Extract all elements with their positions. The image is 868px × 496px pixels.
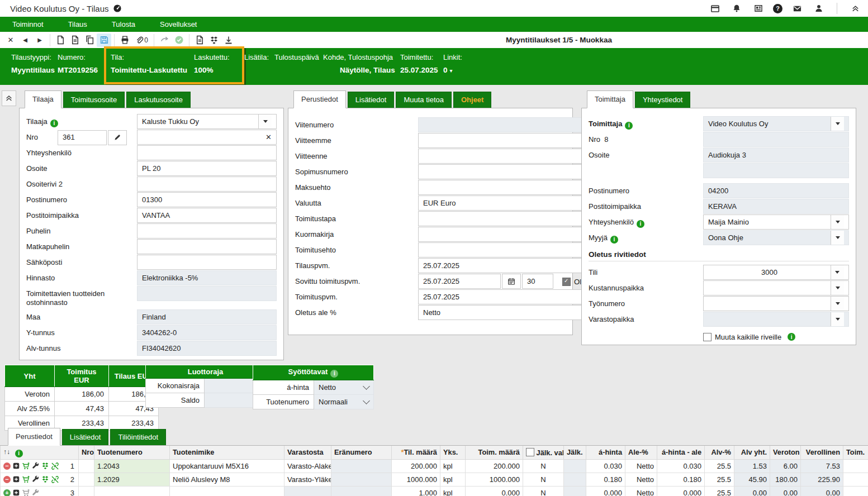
calendar-icon[interactable] [502,274,521,289]
print-icon[interactable] [117,34,132,47]
cell-a-hinta-ale[interactable]: 0.000 [657,486,705,496]
muuta-kaikille-row[interactable]: Muuta kaikille riveille i [703,327,849,345]
cell-toim-maara[interactable]: 200.000 [466,459,523,473]
col-yks[interactable]: Yks. [440,446,466,459]
copy-document-icon[interactable] [82,34,97,47]
col-toim[interactable]: Toim. [843,446,868,459]
myyja-combo[interactable]: Oona Ohje [703,230,849,245]
sovittu-toimituspvm-field[interactable]: 25.07.2025 [418,274,501,289]
tab-lines-perustiedot[interactable]: Perustiedot [8,428,60,446]
tab-muuta-tietoa[interactable]: Muuta tietoa [396,92,452,108]
cell-varastosta[interactable]: Varasto-Yläke [284,473,331,486]
cell-alv[interactable]: 25.5 [705,459,734,473]
maksuehto-select[interactable] [418,180,609,195]
download-icon[interactable] [221,34,236,47]
supplier-yhteyshenkilo-combo[interactable]: Maija Mainio [703,214,849,230]
col-jalk[interactable]: Jälk. [564,446,586,459]
remove-row-icon[interactable]: − [3,462,11,470]
tilaaja-combo[interactable]: Kaluste Tukku Oy [137,114,277,129]
cell-toim-maara[interactable]: 1000.000 [466,473,523,486]
previous-record-icon[interactable]: ◀ [18,34,32,47]
next-record-icon[interactable]: ▶ [32,34,47,47]
send-icon[interactable] [157,34,172,47]
yhteyshenkilo-field[interactable] [137,145,277,160]
cell-a-hinta[interactable]: 0.180 [586,473,625,486]
messages-mail-icon[interactable] [790,2,804,15]
sort-down-icon[interactable]: ↓ [7,448,10,456]
col-jalk-val[interactable]: Jälk. val. [523,446,564,459]
collapse-header-icon[interactable] [848,2,862,15]
cell-yks[interactable]: kpl [440,459,466,473]
toimitusehto-select[interactable] [418,242,609,257]
info-icon[interactable]: i [788,333,795,341]
customer-search-field[interactable]: ✕ [137,130,277,145]
col-nro[interactable]: Nro [79,446,94,459]
info-icon[interactable]: i [637,220,644,228]
tab-tilaaja[interactable]: Tilaaja [25,90,61,108]
product-box-icon[interactable] [12,475,20,483]
info-icon[interactable]: i [330,370,338,378]
cart-plus-icon[interactable] [22,462,30,470]
menu-toiminnot[interactable]: Toiminnot [0,17,56,32]
osoite-field[interactable]: PL 20 [137,161,277,176]
col-verollinen[interactable]: Verollinen [801,446,843,459]
cell-a-hinta-ale[interactable]: 0.030 [657,459,705,473]
kuormakirja-field[interactable] [418,227,609,242]
oletus-checkbox[interactable] [562,278,571,286]
cell-ale[interactable]: Netto [625,459,657,473]
col-tuotenimike[interactable]: Tuotenimike [170,446,284,459]
new-document-icon[interactable] [53,34,68,47]
tili-combo[interactable]: 3000 [703,265,849,280]
close-icon[interactable]: ✕ [3,34,18,47]
news-icon[interactable] [751,2,766,15]
tab-ohjeet[interactable]: Ohjeet [453,92,491,108]
wrench-icon[interactable] [32,462,40,470]
cell-jalk-val[interactable]: N [523,473,564,486]
tab-perustiedot[interactable]: Perustiedot [293,90,346,108]
cell-ale[interactable]: Netto [625,486,657,496]
cell-jalk-val[interactable]: N [523,459,564,473]
info-icon[interactable]: i [610,236,618,244]
cell-alv[interactable]: 25.5 [705,473,734,486]
tyonumero-combo[interactable] [703,296,849,311]
col-toim-maara[interactable]: Toim. määrä [466,446,523,459]
cell-tuotenimike[interactable]: Uppokantaruuvi M5X16 [170,459,284,473]
wrench-icon[interactable] [32,489,40,496]
customer-number-field[interactable]: 361 [58,130,107,145]
valuutta-select[interactable]: EUR Euro [418,195,609,211]
osoiterivi2-field[interactable] [137,177,277,192]
cell-varastosta[interactable]: Varasto-Alake [284,459,331,473]
add-row-icon[interactable]: + [3,489,11,496]
product-box-icon[interactable] [12,489,20,496]
a-hinta-mode-select[interactable]: Netto [314,380,374,394]
toimittaja-combo[interactable]: Video Koulutus Oy [703,116,849,131]
unlink-row-icon[interactable] [51,475,59,484]
cell-a-hinta[interactable]: 0.000 [586,486,625,496]
cell-tuotenumero[interactable]: 1.2043 [94,459,170,473]
toimituspvm-field[interactable]: 25.07.2025 [418,289,609,304]
oletus-ale-field[interactable]: Netto [418,305,609,320]
menu-sovellukset[interactable]: Sovellukset [148,17,209,32]
cell-a-hinta[interactable]: 0.030 [586,459,625,473]
kustannuspaikka-combo[interactable] [703,280,849,295]
cart-plus-icon[interactable] [22,475,30,484]
col-a-hinta[interactable]: á-hinta [586,446,625,459]
postitoimipaikka-field[interactable]: VANTAA [137,208,277,223]
tab-yhteystiedot[interactable]: Yhteystiedot [635,92,691,108]
cell-toim-maara[interactable]: 0.000 [466,486,523,496]
window-icon[interactable] [708,2,722,15]
save-icon[interactable] [97,34,111,47]
col-ale[interactable]: Ale-% [625,446,657,459]
tab-lisatiedot[interactable]: Lisätiedot [348,92,395,108]
info-icon[interactable]: i [15,450,23,457]
menu-tulosta[interactable]: Tulosta [99,17,148,32]
cell-tuotenimike[interactable] [170,486,284,496]
cell-yks[interactable]: kpl [440,486,466,496]
cell-yks[interactable]: kpl [440,473,466,486]
notifications-bell-icon[interactable] [729,2,744,15]
col-varastosta[interactable]: Varastosta [284,446,331,459]
transfer-row-icon[interactable] [41,462,49,470]
open-document-icon[interactable] [68,34,82,47]
toimitustapa-select[interactable] [418,211,609,226]
col-til-maara[interactable]: *Til. määrä [392,446,440,459]
